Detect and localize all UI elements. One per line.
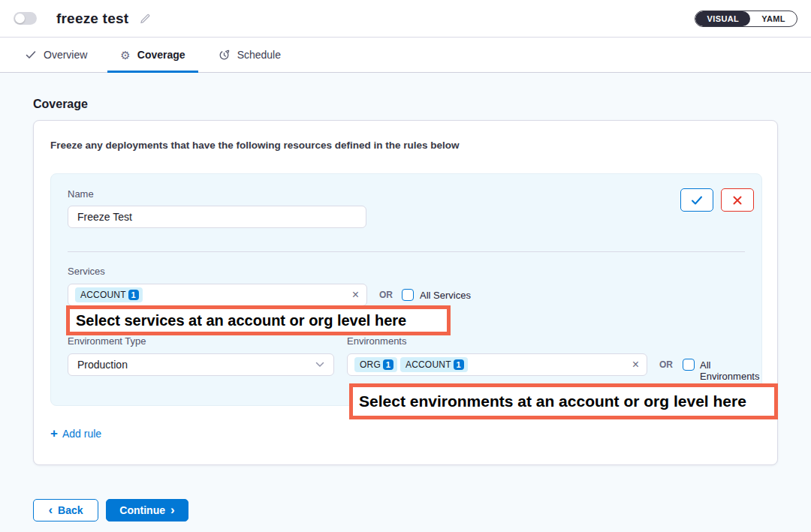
coverage-description: Freeze any deployments that have the fol… — [50, 140, 460, 151]
header-bar: freeze test VISUAL YAML — [0, 0, 811, 38]
apply-rule-button[interactable] — [680, 188, 713, 212]
tab-bar: Overview ⚙ Coverage Schedule — [0, 38, 811, 73]
tab-schedule-label: Schedule — [237, 49, 281, 61]
visual-toggle-button[interactable]: VISUAL — [695, 11, 750, 26]
environments-or-label: OR — [659, 359, 673, 370]
toggle-knob — [15, 14, 25, 23]
chip-text: ACCOUNT — [80, 290, 126, 300]
rule-card: Name Freeze Test Services ACCOUNT 1 × OR… — [50, 173, 762, 406]
environment-type-select[interactable]: Production — [68, 353, 334, 376]
add-rule-label: Add rule — [62, 428, 101, 440]
check-icon — [690, 194, 704, 206]
chip-count-badge: 1 — [383, 359, 393, 370]
environment-scope-chip[interactable]: ACCOUNT 1 — [400, 357, 468, 372]
all-environments-label: All Environments — [700, 359, 761, 382]
services-annotation-callout: Select services at an account or org lev… — [66, 305, 451, 335]
all-services-label: All Services — [420, 290, 471, 301]
close-icon — [732, 195, 743, 206]
check-icon — [25, 49, 37, 61]
tab-coverage-label: Coverage — [137, 49, 185, 61]
section-title: Coverage — [33, 98, 88, 111]
freeze-studio-window: freeze test VISUAL YAML Overview ⚙ Cover… — [0, 0, 811, 532]
rule-name-input[interactable]: Freeze Test — [68, 206, 366, 228]
rule-name-value: Freeze Test — [77, 211, 132, 223]
services-label: Services — [68, 266, 105, 277]
chip-count-badge: 1 — [128, 290, 139, 300]
all-services-checkbox[interactable] — [402, 289, 414, 301]
yaml-toggle-button[interactable]: YAML — [750, 11, 797, 26]
tab-overview-label: Overview — [44, 49, 87, 61]
environments-multiselect[interactable]: ORG 1 ACCOUNT 1 × — [347, 353, 647, 376]
chevron-down-icon — [315, 362, 324, 368]
environment-scope-chip[interactable]: ORG 1 — [354, 357, 397, 372]
chevron-right-icon: › — [170, 503, 175, 516]
back-button-label: Back — [58, 504, 83, 516]
tab-overview[interactable]: Overview — [12, 38, 100, 72]
add-rule-link[interactable]: + Add rule — [50, 427, 101, 440]
delete-rule-button[interactable] — [721, 188, 754, 212]
environments-clear-icon[interactable]: × — [632, 359, 639, 371]
services-multiselect[interactable]: ACCOUNT 1 × — [68, 284, 367, 306]
freeze-enabled-toggle[interactable] — [14, 12, 37, 25]
rule-actions — [680, 188, 754, 212]
environment-type-label: Environment Type — [68, 335, 146, 347]
page-title: freeze test — [56, 11, 128, 27]
name-label: Name — [68, 188, 94, 200]
environments-annotation-callout: Select environments at an account or org… — [349, 383, 778, 419]
plus-icon: + — [50, 427, 58, 440]
chip-text: ACCOUNT — [406, 359, 451, 370]
all-environments-checkbox[interactable] — [683, 359, 695, 371]
gear-icon: ⚙ — [120, 50, 130, 61]
rule-divider — [68, 251, 745, 252]
back-button[interactable]: ‹ Back — [33, 499, 98, 521]
services-clear-icon[interactable]: × — [352, 289, 359, 301]
chip-count-badge: 1 — [454, 359, 464, 370]
tab-coverage[interactable]: ⚙ Coverage — [107, 38, 197, 72]
continue-button-label: Continue — [119, 504, 165, 516]
service-scope-chip[interactable]: ACCOUNT 1 — [75, 287, 143, 302]
environment-type-value: Production — [77, 359, 128, 371]
schedule-clock-icon — [219, 49, 231, 61]
environments-label: Environments — [347, 335, 406, 347]
services-or-label: OR — [379, 290, 393, 300]
tab-schedule[interactable]: Schedule — [206, 38, 294, 72]
chevron-left-icon: ‹ — [48, 503, 53, 516]
continue-button[interactable]: Continue › — [106, 499, 188, 521]
visual-yaml-toggle: VISUAL YAML — [695, 11, 797, 27]
chip-text: ORG — [360, 359, 381, 370]
edit-pencil-icon[interactable] — [139, 12, 152, 25]
